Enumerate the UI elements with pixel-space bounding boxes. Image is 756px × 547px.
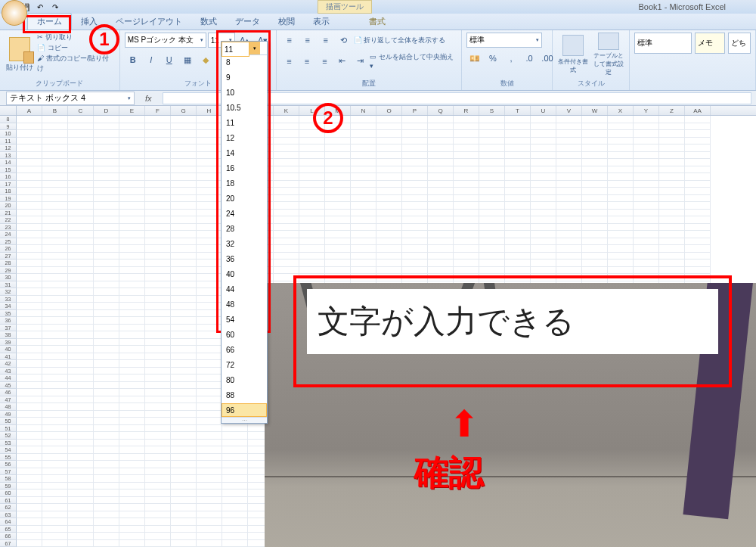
row-header[interactable]: 18 <box>0 188 17 195</box>
cell[interactable] <box>479 195 505 203</box>
cell[interactable] <box>556 130 582 138</box>
cell[interactable] <box>119 497 145 505</box>
cell[interactable] <box>119 166 145 174</box>
cell[interactable] <box>197 483 222 490</box>
increase-indent-icon[interactable]: ⇥ <box>352 54 368 69</box>
cell[interactable] <box>68 181 94 188</box>
cell[interactable] <box>94 440 119 447</box>
cell[interactable] <box>479 181 505 188</box>
cell[interactable] <box>685 216 711 224</box>
cell[interactable] <box>94 231 119 238</box>
column-header[interactable]: M <box>325 106 351 115</box>
cell[interactable] <box>505 245 531 253</box>
cell[interactable] <box>42 353 68 361</box>
cell[interactable] <box>685 181 711 188</box>
cell[interactable] <box>274 238 299 246</box>
cell[interactable] <box>171 360 197 368</box>
cell[interactable] <box>68 468 94 476</box>
row-header[interactable]: 31 <box>0 281 17 289</box>
cell[interactable] <box>171 540 197 548</box>
row-header[interactable]: 62 <box>0 504 17 511</box>
cell[interactable] <box>634 224 659 232</box>
cell[interactable] <box>299 245 325 253</box>
cell[interactable] <box>608 195 634 203</box>
cell[interactable] <box>197 518 222 526</box>
cell[interactable] <box>505 181 531 188</box>
cell[interactable] <box>582 159 608 166</box>
cell[interactable] <box>145 411 171 418</box>
cell[interactable] <box>531 181 556 188</box>
cell[interactable] <box>68 382 94 390</box>
cell[interactable] <box>685 238 711 246</box>
cell[interactable] <box>68 540 94 548</box>
cell[interactable] <box>479 116 505 123</box>
cell-style-standard[interactable]: 標準 <box>634 33 692 54</box>
cell[interactable] <box>68 274 94 281</box>
cell[interactable] <box>197 152 222 160</box>
cell[interactable] <box>94 123 119 131</box>
cell[interactable] <box>68 483 94 490</box>
cell[interactable] <box>42 475 68 483</box>
cell[interactable] <box>17 483 42 490</box>
cut-button[interactable]: ✂ 切り取り <box>37 33 114 42</box>
cell[interactable] <box>17 325 42 332</box>
cell[interactable] <box>171 418 197 425</box>
cell[interactable] <box>119 224 145 232</box>
border-button[interactable]: ▦ <box>179 52 196 67</box>
cell[interactable] <box>17 216 42 224</box>
row-header[interactable]: 17 <box>0 181 17 188</box>
cell[interactable] <box>145 188 171 195</box>
cell[interactable] <box>17 210 42 217</box>
cell[interactable] <box>42 331 68 339</box>
cell[interactable] <box>171 497 197 505</box>
cell[interactable] <box>505 145 531 152</box>
cell[interactable] <box>42 360 68 368</box>
cell[interactable] <box>531 216 556 224</box>
cell[interactable] <box>145 231 171 238</box>
row-header[interactable]: 23 <box>0 224 17 232</box>
cell[interactable] <box>608 260 634 267</box>
row-header[interactable]: 39 <box>0 339 17 347</box>
cell[interactable] <box>17 526 42 533</box>
cell[interactable] <box>197 432 222 440</box>
cell[interactable] <box>145 195 171 203</box>
cell[interactable] <box>325 138 351 145</box>
cell[interactable] <box>94 310 119 318</box>
cell[interactable] <box>68 339 94 347</box>
cell[interactable] <box>608 267 634 275</box>
cell[interactable] <box>531 267 556 275</box>
cell[interactable] <box>42 152 68 160</box>
cell[interactable] <box>17 432 42 440</box>
cell[interactable] <box>505 231 531 238</box>
cell[interactable] <box>68 518 94 526</box>
cell[interactable] <box>171 468 197 476</box>
cell[interactable] <box>17 267 42 275</box>
cell[interactable] <box>479 260 505 267</box>
cell[interactable] <box>171 490 197 497</box>
cell[interactable] <box>17 540 42 548</box>
cell[interactable] <box>94 210 119 217</box>
cell[interactable] <box>197 116 222 123</box>
cell[interactable] <box>556 267 582 275</box>
column-header[interactable]: K <box>274 106 299 115</box>
cell[interactable] <box>68 253 94 260</box>
cell[interactable] <box>376 260 402 267</box>
cell[interactable] <box>94 325 119 332</box>
cell[interactable] <box>454 145 479 152</box>
cell[interactable] <box>428 181 454 188</box>
row-header[interactable]: 9 <box>0 123 17 131</box>
cell[interactable] <box>17 152 42 160</box>
cell[interactable] <box>325 231 351 238</box>
cell[interactable] <box>479 231 505 238</box>
cell[interactable] <box>68 281 94 289</box>
cell[interactable] <box>171 440 197 447</box>
cell[interactable] <box>145 296 171 303</box>
row-header[interactable]: 60 <box>0 490 17 497</box>
cell[interactable] <box>119 461 145 468</box>
cell[interactable] <box>274 138 299 145</box>
cell[interactable] <box>351 195 376 203</box>
cell[interactable] <box>119 425 145 433</box>
cell[interactable] <box>17 231 42 238</box>
cell[interactable] <box>145 461 171 468</box>
cell[interactable] <box>376 253 402 260</box>
